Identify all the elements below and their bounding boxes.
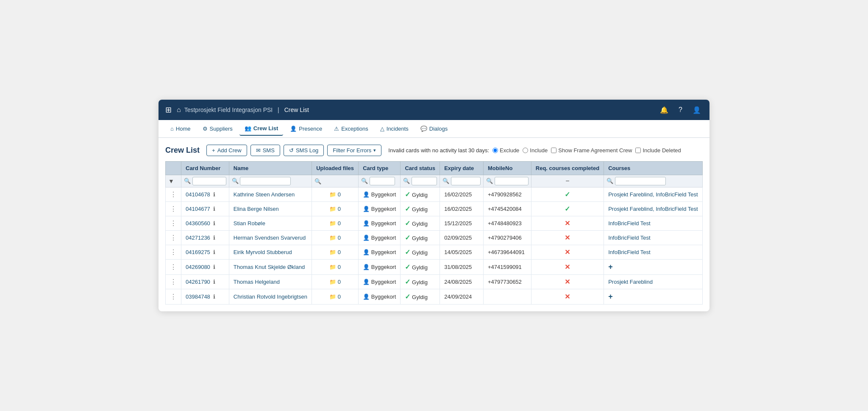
nav-item-exceptions[interactable]: ⚠ Exceptions xyxy=(329,122,373,135)
name-link[interactable]: Christian Rotvold Ingebrigtsen xyxy=(234,294,307,300)
file-icon[interactable]: 📁 0 xyxy=(329,220,341,226)
row-actions-icon[interactable]: ⋮ xyxy=(170,278,177,285)
nav-item-dialogs[interactable]: 💬 Dialogs xyxy=(415,122,453,135)
filter-toggle-icon[interactable]: ▼ xyxy=(168,178,174,185)
row-actions-icon[interactable]: ⋮ xyxy=(170,205,177,212)
col-uploaded-files: Uploaded files xyxy=(312,162,359,175)
card-number-link[interactable]: 04104678 xyxy=(186,191,210,198)
search-card-type[interactable] xyxy=(370,177,395,185)
name-link[interactable]: Herman Svendsen Svarverud xyxy=(234,235,306,241)
name-link[interactable]: Thomas Knut Skjelde Økland xyxy=(234,264,305,270)
cell-mobile-no xyxy=(483,289,531,305)
exclude-radio[interactable] xyxy=(492,148,498,153)
info-icon[interactable]: ℹ xyxy=(212,294,216,300)
app-container: ⊞ ⌂ Testprosjekt Field Integrasjon PSI |… xyxy=(159,100,709,311)
search-mobile[interactable] xyxy=(495,177,529,185)
row-actions-icon[interactable]: ⋮ xyxy=(170,234,177,241)
search-card-number[interactable] xyxy=(192,177,226,185)
row-actions-icon[interactable]: ⋮ xyxy=(170,263,177,271)
info-icon[interactable]: ℹ xyxy=(212,264,216,270)
card-number-link[interactable]: 04360560 xyxy=(186,220,210,226)
name-link[interactable]: Eirik Myrvold Stubberud xyxy=(234,249,292,255)
check-status-icon: ✓ xyxy=(405,263,410,271)
name-link[interactable]: Thomas Helgeland xyxy=(234,279,280,285)
card-number-link[interactable]: 03984748 xyxy=(186,294,210,300)
cell-mobile-no: +4748480923 xyxy=(483,216,531,231)
cell-card-number: 04104677 ℹ xyxy=(181,202,229,216)
home-nav-icon[interactable]: ⌂ xyxy=(177,106,181,114)
info-icon[interactable]: ℹ xyxy=(212,235,216,241)
search-card-status[interactable] xyxy=(412,177,437,185)
info-icon[interactable]: ℹ xyxy=(212,249,216,255)
file-icon[interactable]: 📁 0 xyxy=(329,279,341,285)
cell-mobile-no: +4790928562 xyxy=(483,187,531,202)
row-actions-icon[interactable]: ⋮ xyxy=(170,191,177,198)
search-expiry[interactable] xyxy=(451,177,481,185)
grid-icon[interactable]: ⊞ xyxy=(165,105,172,115)
row-actions-icon[interactable]: ⋮ xyxy=(170,220,177,227)
courses-link[interactable]: Prosjekt Fareblind, InfoBricField Test xyxy=(608,191,698,198)
include-option[interactable]: Include xyxy=(523,147,548,154)
filter-courses: 🔍 xyxy=(604,175,703,187)
cell-card-type: 👤 Byggekort xyxy=(359,202,401,216)
courses-link[interactable]: Prosjekt Fareblind xyxy=(608,279,653,285)
help-button[interactable]: ? xyxy=(677,104,684,115)
file-icon[interactable]: 📁 0 xyxy=(329,249,341,255)
card-number-link[interactable]: 04269080 xyxy=(186,264,210,270)
nav-item-incidents[interactable]: △ Incidents xyxy=(375,122,414,135)
nav-item-crewlist[interactable]: 👥 Crew List xyxy=(239,122,284,136)
name-link[interactable]: Kathrine Steen Andersen xyxy=(234,191,295,198)
info-icon[interactable]: ℹ xyxy=(212,191,216,198)
filter-errors-button[interactable]: Filter For Errors xyxy=(327,145,381,156)
card-number-link[interactable]: 04169275 xyxy=(186,249,210,255)
breadcrumb-separator: | xyxy=(278,106,279,113)
include-radio[interactable] xyxy=(523,148,528,153)
card-number-link[interactable]: 04104677 xyxy=(186,206,210,212)
nav-item-home[interactable]: ⌂ Home xyxy=(165,122,196,135)
include-deleted-checkbox[interactable] xyxy=(635,148,641,153)
info-icon[interactable]: ℹ xyxy=(212,206,216,212)
search-name[interactable] xyxy=(240,177,291,185)
file-icon[interactable]: 📁 0 xyxy=(329,235,341,241)
add-icon: + xyxy=(212,147,215,154)
card-number-link[interactable]: 04271236 xyxy=(186,235,210,241)
search-courses[interactable] xyxy=(615,177,666,185)
add-crew-button[interactable]: + Add Crew xyxy=(206,145,247,156)
courses-link[interactable]: InfoBricField Test xyxy=(608,249,650,255)
row-actions-icon[interactable]: ⋮ xyxy=(170,249,177,256)
exclude-option[interactable]: Exclude xyxy=(492,147,519,154)
req-cross-icon: ✕ xyxy=(565,278,570,285)
file-icon[interactable]: 📁 0 xyxy=(329,294,341,300)
file-icon[interactable]: 📁 0 xyxy=(329,191,341,198)
sms-log-button[interactable]: ↺ SMS Log xyxy=(284,145,324,156)
info-icon[interactable]: ℹ xyxy=(212,220,216,226)
courses-link[interactable]: InfoBricField Test xyxy=(608,220,650,226)
info-icon[interactable]: ℹ xyxy=(212,279,216,285)
show-frame-checkbox[interactable] xyxy=(551,148,556,153)
minus-icon[interactable]: − xyxy=(565,177,569,185)
include-deleted-option[interactable]: Include Deleted xyxy=(635,147,681,154)
cell-name: Christian Rotvold Ingebrigtsen xyxy=(229,289,312,305)
row-action-cell: ⋮ xyxy=(166,260,181,275)
nav-item-suppliers[interactable]: ⚙ Suppliers xyxy=(198,122,238,135)
cell-expiry-date: 15/12/2025 xyxy=(440,216,484,231)
courses-link[interactable]: Prosjekt Fareblind, InfoBricField Test xyxy=(608,206,698,212)
file-icon[interactable]: 📁 0 xyxy=(329,206,341,212)
table-row: ⋮04261790 ℹThomas Helgeland📁 0👤 Byggekor… xyxy=(166,275,703,289)
show-frame-option[interactable]: Show Frame Agreement Crew xyxy=(551,147,632,154)
cell-uploaded-files: 📁 0 xyxy=(312,260,359,275)
name-link[interactable]: Elina Berge Nilsen xyxy=(234,206,279,212)
user-button[interactable]: 👤 xyxy=(691,104,703,116)
row-action-cell: ⋮ xyxy=(166,202,181,216)
card-number-link[interactable]: 04261790 xyxy=(186,279,210,285)
name-link[interactable]: Stian Robøle xyxy=(234,220,265,226)
nav-item-presence[interactable]: 👤 Presence xyxy=(285,122,327,135)
sms-button[interactable]: ✉ SMS xyxy=(250,145,280,156)
row-actions-icon[interactable]: ⋮ xyxy=(170,293,177,300)
add-course-button[interactable]: + xyxy=(608,263,613,271)
courses-link[interactable]: InfoBricField Test xyxy=(608,235,650,241)
add-course-button[interactable]: + xyxy=(608,292,613,301)
cell-card-status: ✓ Gyldig xyxy=(401,202,440,216)
file-icon[interactable]: 📁 0 xyxy=(329,264,341,270)
notification-button[interactable]: 🔔 xyxy=(658,104,670,116)
